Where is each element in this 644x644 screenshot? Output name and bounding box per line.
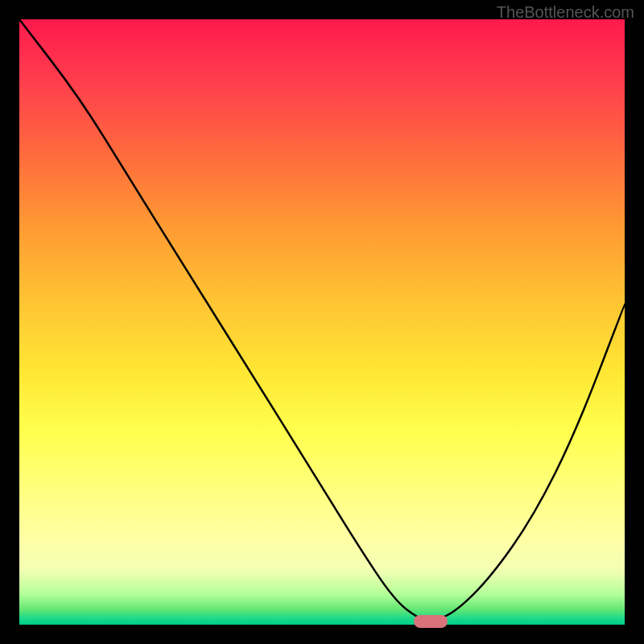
- watermark-text: TheBottleneck.com: [497, 3, 634, 22]
- chart-plot-area: [19, 19, 625, 625]
- optimal-point-marker: [414, 615, 448, 628]
- bottleneck-curve: [19, 19, 625, 625]
